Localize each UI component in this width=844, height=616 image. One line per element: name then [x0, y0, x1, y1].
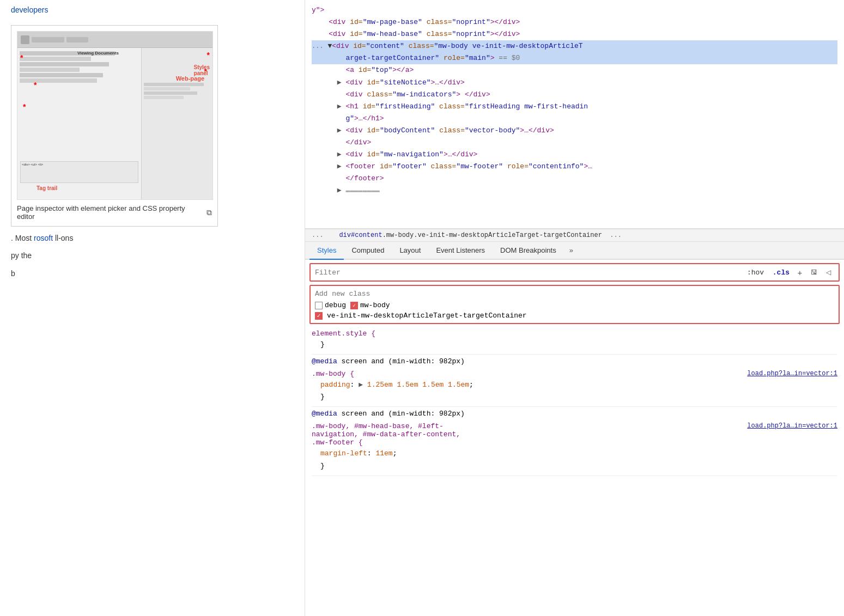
- expand-icon[interactable]: ⧉: [207, 208, 212, 217]
- css-rule-mw-body: @media screen and (min-width: 982px) .mw…: [312, 356, 837, 407]
- html-line: ▶ <div id="siteNotice">…</div>: [312, 77, 837, 89]
- css-property: padding: [320, 381, 350, 389]
- html-line: ▶ <div id="mw-navigation">…</div>: [312, 149, 837, 161]
- css-rule-header-2: .mw-body { load.php?la…in=vector:1: [312, 368, 837, 379]
- html-line: <div id="mw-head-base" class="noprint"><…: [312, 28, 837, 40]
- html-line: y">: [312, 4, 837, 16]
- html-line: </footer>: [312, 173, 837, 185]
- rule-close-2: }: [320, 460, 837, 472]
- rule-line: margin-left: 11em;: [320, 448, 837, 460]
- html-line: ▶ ▬▬▬▬▬▬▬▬: [312, 185, 837, 197]
- css-source-link[interactable]: load.php?la…in=vector:1: [747, 370, 837, 377]
- styles-panel: :hov .cls + 🖫 ◁ debug ✓ mw-bo: [305, 260, 844, 616]
- screenshot-image: Code panel * * * Tag trail: [17, 31, 213, 200]
- mw-body-label: mw-body: [360, 301, 390, 309]
- html-line: </div>: [312, 137, 837, 149]
- at-rule-line: @media screen and (min-width: 982px): [312, 356, 837, 368]
- tab-styles[interactable]: Styles: [309, 242, 344, 260]
- filter-bar: :hov .cls + 🖫 ◁: [309, 263, 840, 282]
- css-selector-2: .mw-body {: [312, 370, 354, 378]
- html-line: ▶ <h1 id="firstHeading" class="firstHead…: [312, 101, 837, 113]
- rule-body: }: [312, 339, 837, 351]
- filter-icons: + 🖫 ◁: [794, 266, 834, 278]
- css-property-2: margin-left: [320, 449, 367, 458]
- class-row-2: ✓ ve-init-mw-desktopArticleTarget-target…: [315, 312, 834, 320]
- toggle-sidebar-button[interactable]: ◁: [822, 266, 834, 278]
- html-line-highlighted: ... ▼<div id="content" class="mw-body ve…: [312, 40, 837, 52]
- left-panel: developers Code panel: [0, 0, 305, 616]
- css-rule-element-style: element.style { }: [312, 327, 837, 355]
- tab-more[interactable]: »: [564, 242, 579, 259]
- tab-dom-breakpoints[interactable]: DOM Breakpoints: [493, 242, 564, 260]
- css-value-2: 11em: [375, 449, 392, 458]
- tab-layout[interactable]: Layout: [392, 242, 428, 260]
- css-selector: element.style {: [312, 330, 375, 338]
- rule-line: }: [320, 339, 837, 351]
- body-text-2: py the: [11, 249, 294, 261]
- tabs-row: Styles Computed Layout Event Listeners D…: [305, 242, 844, 260]
- page-link[interactable]: developers: [11, 5, 48, 14]
- body-text-3: b: [11, 267, 294, 279]
- css-value: 1.25em 1.5em 1.5em 1.5em: [367, 381, 469, 389]
- html-source: y"> <div id="mw-page-base" class="noprin…: [305, 0, 844, 229]
- css-source-link-2[interactable]: load.php?la…in=vector:1: [747, 422, 837, 430]
- html-line: g">…</h1>: [312, 113, 837, 125]
- html-line: ▶ <footer id="footer" class="mw-footer" …: [312, 161, 837, 173]
- body-link[interactable]: rosoft: [34, 234, 53, 242]
- class-editor: debug ✓ mw-body ✓ ve-init-mw-desktopArti…: [309, 285, 840, 324]
- html-line: <div id="mw-page-base" class="noprint"><…: [312, 16, 837, 28]
- body-text-1: . Most rosoft ll-ons: [11, 232, 294, 244]
- rule-close: }: [320, 391, 837, 403]
- devtools-panel: y"> <div id="mw-page-base" class="noprin…: [305, 0, 844, 616]
- mw-body-checkbox[interactable]: ✓: [350, 302, 358, 309]
- filter-input[interactable]: [315, 269, 747, 277]
- image-caption: Page inspector with element picker and C…: [17, 204, 212, 221]
- at-rule-2: @media: [312, 410, 337, 418]
- add-class-button[interactable]: +: [794, 266, 806, 278]
- css-rules: element.style { } @media screen and (min…: [305, 327, 844, 477]
- breadcrumb: ... div#content.mw-body.ve-init-mw-deskt…: [305, 229, 844, 242]
- tab-computed[interactable]: Computed: [344, 242, 392, 260]
- rule-body-3: margin-left: 11em; }: [312, 448, 837, 472]
- new-class-input[interactable]: [315, 290, 834, 298]
- html-line-highlighted-2: arget-targetContainer" role="main"> == $…: [312, 52, 837, 64]
- html-line: <div class="mw-indicators"> </div>: [312, 89, 837, 101]
- image-container: Code panel * * * Tag trail: [11, 25, 218, 227]
- rule-line: padding: ▶ 1.25em 1.5em 1.5em 1.5em;: [320, 379, 837, 391]
- css-rule-mw-body-multi: @media screen and (min-width: 982px) .mw…: [312, 408, 837, 475]
- at-rule: @media: [312, 357, 337, 365]
- hov-keyword[interactable]: :hov: [747, 269, 764, 277]
- at-rule-line-2: @media screen and (min-width: 982px): [312, 408, 837, 420]
- ve-init-label: ve-init-mw-desktopArticleTarget-targetCo…: [327, 312, 527, 320]
- css-selector-multi: .mw-body, #mw-head-base, #left- navigati…: [312, 422, 460, 447]
- save-styles-button[interactable]: 🖫: [808, 266, 820, 278]
- class-checkboxes: debug ✓ mw-body: [315, 301, 834, 309]
- ve-init-checkbox[interactable]: ✓: [315, 312, 323, 320]
- class-mw-body[interactable]: ✓ mw-body: [350, 301, 390, 309]
- cls-keyword[interactable]: .cls: [773, 269, 790, 277]
- rule-body-2: padding: ▶ 1.25em 1.5em 1.5em 1.5em; }: [312, 379, 837, 403]
- caption-text: Page inspector with element picker and C…: [17, 204, 203, 221]
- css-rule-header: element.style {: [312, 327, 837, 339]
- css-rule-header-3: .mw-body, #mw-head-base, #left- navigati…: [312, 420, 837, 448]
- html-line: <a id="top"></a>: [312, 64, 837, 76]
- tab-event-listeners[interactable]: Event Listeners: [428, 242, 493, 260]
- debug-checkbox[interactable]: [315, 302, 323, 309]
- class-debug[interactable]: debug: [315, 301, 346, 309]
- filter-keywords: :hov .cls: [747, 269, 790, 277]
- debug-label: debug: [325, 301, 346, 309]
- breadcrumb-text: div#content.mw-body.ve-init-mw-desktopAr…: [339, 231, 606, 239]
- html-line: ▶ <div id="bodyContent" class="vector-bo…: [312, 125, 837, 137]
